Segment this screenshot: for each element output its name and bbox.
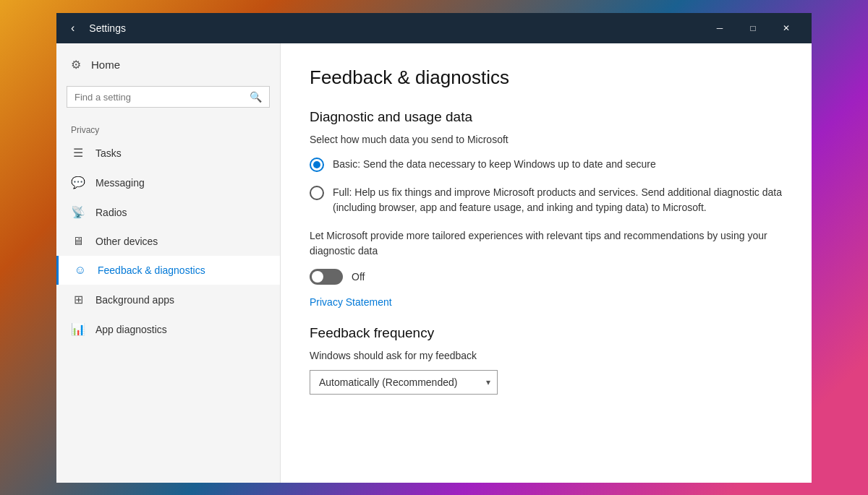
search-icon: 🔍 <box>250 91 262 103</box>
sidebar-item-background-apps[interactable]: ⊞ Background apps <box>56 285 280 314</box>
home-label: Home <box>91 59 120 71</box>
feedback-icon: ☺ <box>73 264 88 277</box>
feedback-section-title: Feedback frequency <box>310 325 783 341</box>
sidebar-item-tasks[interactable]: ☰ Tasks <box>56 138 280 168</box>
tailored-description: Let Microsoft provide more tailored expe… <box>310 228 783 259</box>
search-box: 🔍 <box>67 86 270 108</box>
tasks-icon: ☰ <box>71 146 85 160</box>
radios-label: Radios <box>95 207 127 218</box>
main-panel: Feedback & diagnostics Diagnostic and us… <box>281 43 812 483</box>
messaging-label: Messaging <box>95 177 145 189</box>
sidebar-item-feedback[interactable]: ☺ Feedback & diagnostics <box>56 256 280 285</box>
sidebar-item-messaging[interactable]: 💬 Messaging <box>56 168 280 197</box>
messaging-icon: 💬 <box>71 176 85 189</box>
app-diagnostics-label: App diagnostics <box>95 324 167 335</box>
titlebar-title: Settings <box>89 22 703 34</box>
close-button[interactable]: ✕ <box>770 13 803 43</box>
tasks-label: Tasks <box>95 147 122 159</box>
radio-basic-label: Basic: Send the data necessary to keep W… <box>333 157 656 172</box>
feedback-frequency-wrapper: Automatically (Recommended) Always Once … <box>310 370 498 395</box>
diagnostic-section-title: Diagnostic and usage data <box>310 109 783 125</box>
tailored-toggle[interactable] <box>310 269 343 285</box>
privacy-statement-link[interactable]: Privacy Statement <box>310 296 783 308</box>
other-devices-label: Other devices <box>95 236 158 247</box>
feedback-label: Feedback & diagnostics <box>98 264 205 276</box>
page-title: Feedback & diagnostics <box>310 66 783 89</box>
titlebar: ‹ Settings ─ □ ✕ <box>56 13 812 43</box>
radio-basic-circle <box>310 158 324 172</box>
titlebar-controls: ─ □ ✕ <box>703 13 803 43</box>
content-area: Home 🔍 Privacy ☰ Tasks 💬 Messaging 📡 Rad… <box>56 43 812 483</box>
gear-icon <box>71 58 81 72</box>
feedback-frequency-dropdown[interactable]: Automatically (Recommended) Always Once … <box>310 370 498 395</box>
sidebar-item-radios[interactable]: 📡 Radios <box>56 197 280 227</box>
sidebar-item-other-devices[interactable]: 🖥 Other devices <box>56 227 280 256</box>
radio-full[interactable]: Full: Help us fix things and improve Mic… <box>310 185 783 215</box>
other-devices-icon: 🖥 <box>71 235 85 248</box>
toggle-label: Off <box>352 271 365 283</box>
sidebar: Home 🔍 Privacy ☰ Tasks 💬 Messaging 📡 Rad… <box>56 43 281 483</box>
feedback-description: Windows should ask for my feedback <box>310 350 783 361</box>
radio-basic[interactable]: Basic: Send the data necessary to keep W… <box>310 157 783 172</box>
toggle-row: Off <box>310 269 783 285</box>
app-diagnostics-icon: 📊 <box>71 322 85 336</box>
settings-window: ‹ Settings ─ □ ✕ Home 🔍 Privacy ☰ Tasks <box>56 13 812 483</box>
radios-icon: 📡 <box>71 205 85 219</box>
background-apps-icon: ⊞ <box>71 293 85 306</box>
maximize-button[interactable]: □ <box>736 13 770 43</box>
background-apps-label: Background apps <box>95 294 174 306</box>
sidebar-item-home[interactable]: Home <box>56 49 280 80</box>
search-input[interactable] <box>75 92 244 103</box>
sidebar-item-app-diagnostics[interactable]: 📊 App diagnostics <box>56 314 280 344</box>
radio-full-circle <box>310 186 324 200</box>
radio-full-label: Full: Help us fix things and improve Mic… <box>333 185 783 215</box>
privacy-section-label: Privacy <box>56 119 280 138</box>
back-button[interactable]: ‹ <box>65 19 80 38</box>
diagnostic-description: Select how much data you send to Microso… <box>310 134 783 145</box>
minimize-button[interactable]: ─ <box>703 13 736 43</box>
